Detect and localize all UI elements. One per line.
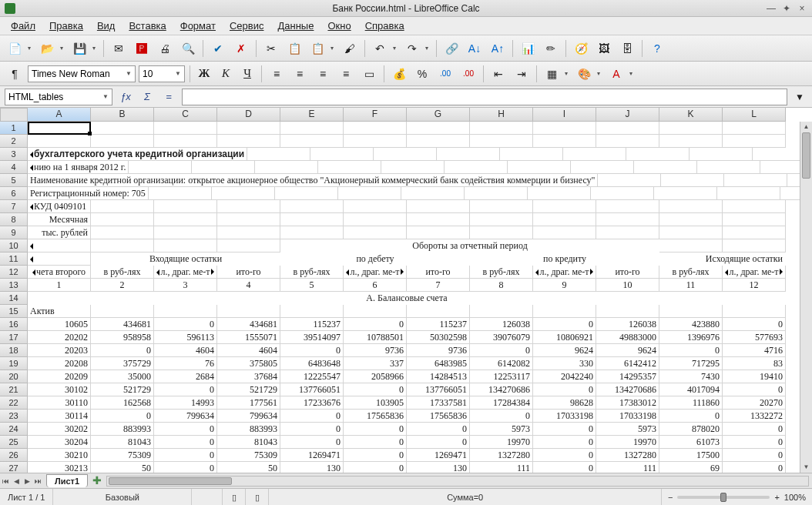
cell[interactable] — [91, 200, 154, 213]
function-wizard-icon[interactable]: ƒx — [117, 89, 134, 105]
dropdown-icon[interactable]: ▼ — [172, 70, 181, 77]
col-header-D[interactable]: D — [217, 108, 280, 122]
cell[interactable] — [154, 135, 217, 148]
cell[interactable] — [661, 174, 724, 187]
cell[interactable]: 30110 — [28, 396, 91, 410]
row-header-13[interactable]: 13 — [0, 279, 28, 292]
cell[interactable]: 6 — [344, 279, 407, 292]
col-header-I[interactable]: I — [533, 108, 596, 122]
cell[interactable] — [217, 305, 280, 318]
cell[interactable]: ито-го — [217, 266, 280, 279]
cell[interactable] — [28, 135, 91, 148]
row-header-3[interactable]: 3 — [0, 148, 28, 161]
select-all-corner[interactable] — [0, 108, 28, 122]
cell[interactable]: чета второго — [28, 266, 91, 279]
cell[interactable]: 20208 — [28, 357, 91, 370]
cell[interactable]: 49883000 — [596, 331, 659, 344]
cell[interactable]: 0 — [91, 410, 154, 423]
fontcolor-icon[interactable]: A — [606, 64, 626, 84]
row-header-9[interactable]: 9 — [0, 226, 28, 239]
cell[interactable]: 137766051 — [407, 383, 470, 396]
cell[interactable] — [91, 122, 154, 135]
cell[interactable]: 7 — [407, 279, 470, 292]
cell[interactable]: 12 — [723, 279, 786, 292]
cell[interactable]: 111 — [596, 462, 659, 473]
cell[interactable]: 9736 — [344, 344, 407, 357]
cell[interactable]: 12253117 — [470, 370, 533, 383]
cell[interactable]: л., драг. ме-т — [344, 266, 407, 279]
cell[interactable] — [280, 305, 344, 318]
cell[interactable] — [217, 226, 280, 239]
cell[interactable] — [280, 200, 344, 213]
cell[interactable]: в руб-лях — [91, 266, 154, 279]
cell[interactable]: Наименование кредитной организации: откр… — [28, 174, 598, 187]
cell[interactable]: 20202 — [28, 331, 91, 344]
cell[interactable]: 0 — [533, 423, 596, 436]
cell[interactable]: 6483648 — [280, 357, 344, 370]
cell[interactable]: 0 — [344, 423, 407, 436]
cell[interactable]: 0 — [280, 423, 344, 436]
col-header-L[interactable]: L — [723, 108, 786, 122]
cell[interactable]: 0 — [533, 318, 596, 331]
cell[interactable]: 4604 — [154, 344, 217, 357]
cell[interactable] — [217, 200, 280, 213]
menu-format[interactable]: Формат — [174, 18, 222, 33]
scroll-thumb[interactable] — [802, 132, 810, 179]
cell[interactable]: 0 — [280, 410, 344, 423]
font-name-combo[interactable]: ▼ — [28, 65, 136, 82]
col-header-G[interactable]: G — [407, 108, 470, 122]
styles-icon[interactable]: ¶ — [5, 64, 25, 84]
cell[interactable]: 0 — [659, 344, 723, 357]
cell[interactable]: 878020 — [659, 423, 723, 436]
cell[interactable]: 17500 — [659, 449, 723, 462]
cell[interactable] — [217, 135, 280, 148]
row-header-19[interactable]: 19 — [0, 357, 28, 370]
equals-icon[interactable]: = — [160, 89, 177, 105]
cell[interactable]: 0 — [723, 436, 786, 449]
align-right-icon[interactable]: ≡ — [313, 64, 333, 84]
navigator-icon[interactable]: 🧭 — [571, 38, 591, 59]
cell[interactable]: 177561 — [217, 396, 280, 410]
cell[interactable] — [596, 122, 659, 135]
new-dropdown[interactable]: ▾ — [28, 45, 34, 52]
cell[interactable] — [407, 200, 470, 213]
cell[interactable]: 30202 — [28, 423, 91, 436]
cell[interactable]: в руб-лях — [470, 266, 533, 279]
col-header-J[interactable]: J — [596, 108, 659, 122]
vertical-scrollbar[interactable]: ▲ ▼ — [800, 122, 812, 473]
menu-window[interactable]: Окно — [321, 18, 357, 33]
align-left-icon[interactable]: ≡ — [267, 64, 287, 84]
cell[interactable]: 0 — [344, 436, 407, 449]
cell[interactable] — [310, 148, 374, 161]
cell[interactable] — [154, 122, 217, 135]
align-center-icon[interactable]: ≡ — [290, 64, 310, 84]
cell[interactable]: 12225547 — [280, 370, 344, 383]
bgcolor-icon[interactable]: 🎨 — [574, 64, 594, 84]
cell[interactable]: ито-го — [596, 266, 659, 279]
cell[interactable]: 434681 — [217, 318, 280, 331]
cell[interactable]: бухгалтерского учета кредитной организац… — [28, 148, 247, 161]
cell[interactable] — [344, 226, 407, 239]
cell[interactable] — [598, 174, 661, 187]
cell[interactable]: 0 — [533, 383, 596, 396]
cell[interactable]: 50 — [91, 462, 154, 473]
cell[interactable] — [563, 148, 626, 161]
autospell-icon[interactable]: ✗ — [231, 38, 251, 59]
redo-icon[interactable]: ↷ — [402, 38, 422, 59]
cell[interactable]: в руб-лях — [280, 266, 344, 279]
menu-file[interactable]: Файл — [5, 18, 42, 33]
cell[interactable]: 162568 — [91, 396, 154, 410]
cell[interactable]: 14295357 — [596, 370, 659, 383]
cell[interactable]: 10 — [596, 279, 659, 292]
cell[interactable]: Регистрационный номер: 705 — [28, 187, 149, 200]
cell[interactable]: 17565836 — [344, 410, 407, 423]
close-button[interactable]: × — [797, 3, 807, 14]
cut-icon[interactable]: ✂ — [261, 38, 281, 59]
cell[interactable]: 521729 — [217, 383, 280, 396]
cell[interactable] — [192, 161, 255, 174]
cell[interactable] — [149, 187, 212, 200]
cell[interactable]: 596113 — [154, 331, 217, 344]
cell[interactable] — [723, 213, 786, 226]
cell[interactable]: 30210 — [28, 449, 91, 462]
cell[interactable] — [533, 135, 596, 148]
